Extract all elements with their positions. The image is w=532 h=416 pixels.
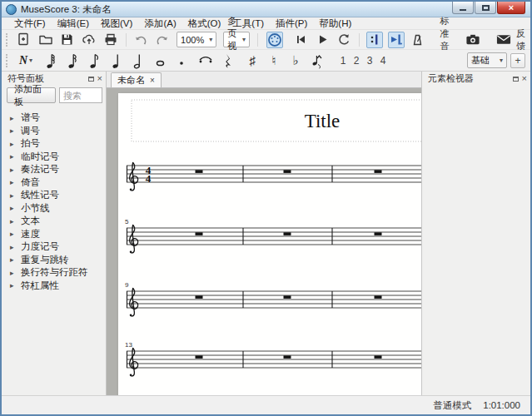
expand-arrow-icon[interactable]: ▸ bbox=[10, 178, 21, 186]
expand-arrow-icon[interactable]: ▸ bbox=[10, 152, 21, 161]
image-capture-button[interactable] bbox=[465, 32, 481, 48]
palette-item-key-signatures[interactable]: ▸调号 bbox=[2, 125, 106, 138]
expand-arrow-icon[interactable]: ▸ bbox=[10, 243, 21, 251]
time-signature-denominator[interactable]: 4 bbox=[146, 172, 152, 185]
score-tab-untitled[interactable]: 未命名 × bbox=[111, 72, 162, 87]
pan-playback-toggle[interactable] bbox=[388, 32, 405, 48]
toolbar-grip[interactable] bbox=[6, 33, 8, 47]
palette-item-clefs[interactable]: ▸谱号 bbox=[2, 111, 106, 125]
expand-arrow-icon[interactable]: ▸ bbox=[10, 230, 21, 238]
play-button[interactable] bbox=[314, 32, 331, 48]
palette-item-dynamics[interactable]: ▸力度记号 bbox=[2, 240, 106, 254]
voice-4-button[interactable]: 4 bbox=[376, 55, 390, 67]
midi-input-toggle[interactable] bbox=[266, 32, 283, 48]
palette-item-time-signatures[interactable]: ▸拍号 bbox=[2, 137, 106, 151]
palette-item-barlines[interactable]: ▸小节线 bbox=[2, 202, 106, 215]
play-repeats-toggle[interactable] bbox=[366, 32, 383, 48]
system-2[interactable]: 5 bbox=[125, 218, 421, 253]
toolbar-grip[interactable] bbox=[6, 54, 9, 67]
expand-arrow-icon[interactable]: ▸ bbox=[10, 281, 21, 290]
expand-arrow-icon[interactable]: ▸ bbox=[10, 114, 21, 122]
expand-arrow-icon[interactable]: ▸ bbox=[10, 126, 21, 135]
system-4[interactable]: 13 bbox=[125, 341, 421, 376]
expand-arrow-icon[interactable]: ▸ bbox=[10, 140, 21, 148]
feedback-button[interactable] bbox=[495, 32, 512, 48]
palette-search-input[interactable] bbox=[59, 87, 102, 103]
tab-close-icon[interactable]: × bbox=[150, 76, 155, 85]
workspace-combobox[interactable]: 基础 ▾ bbox=[467, 52, 507, 68]
view-mode-combobox[interactable]: 多页视图 ▾ bbox=[223, 32, 250, 47]
duration-eighth-button[interactable] bbox=[87, 52, 103, 69]
note-input-mode-button[interactable]: N ▾ bbox=[17, 52, 34, 69]
maximize-button[interactable] bbox=[475, 2, 496, 14]
natural-button[interactable]: ♮ bbox=[266, 52, 282, 69]
palette-item-lines[interactable]: ▸线性记号 bbox=[2, 189, 106, 202]
palette-item-tempo[interactable]: ▸速度 bbox=[2, 228, 106, 241]
menu-file[interactable]: 文件(F) bbox=[8, 17, 52, 30]
float-panel-icon[interactable] bbox=[88, 77, 94, 82]
add-workspace-button[interactable]: + bbox=[510, 53, 525, 68]
score-canvas[interactable]: Title 4 4 bbox=[107, 88, 421, 395]
voice-1-button[interactable]: 1 bbox=[336, 55, 350, 67]
augmentation-dot-button[interactable] bbox=[173, 52, 190, 69]
duration-whole-button[interactable] bbox=[152, 52, 168, 69]
palette-item-text[interactable]: ▸文本 bbox=[2, 215, 106, 228]
expand-arrow-icon[interactable]: ▸ bbox=[10, 255, 21, 264]
voice-3-button[interactable]: 3 bbox=[363, 55, 376, 67]
menu-help[interactable]: 帮助(H) bbox=[313, 17, 357, 30]
expand-arrow-icon[interactable]: ▸ bbox=[10, 204, 21, 212]
add-palette-button[interactable]: 添加面板 bbox=[7, 87, 56, 103]
save-online-button[interactable] bbox=[81, 32, 97, 48]
mode-indicator: 普通模式 bbox=[433, 399, 471, 412]
sharp-icon: ♯ bbox=[249, 54, 256, 67]
menu-edit[interactable]: 编辑(E) bbox=[52, 17, 95, 30]
tie-button[interactable] bbox=[197, 52, 214, 69]
palette-item-repeats-jumps[interactable]: ▸重复与跳转 bbox=[2, 254, 106, 267]
duration-half-button[interactable] bbox=[130, 52, 147, 69]
duration-quarter-button[interactable] bbox=[108, 52, 125, 69]
sharp-button[interactable]: ♯ bbox=[244, 52, 261, 69]
new-score-button[interactable] bbox=[16, 32, 32, 48]
rest-button[interactable] bbox=[220, 52, 236, 69]
treble-clef-icon bbox=[130, 349, 138, 377]
undo-button[interactable] bbox=[132, 32, 149, 48]
expand-arrow-icon[interactable]: ▸ bbox=[10, 191, 21, 200]
open-file-button[interactable] bbox=[37, 32, 54, 48]
redo-button[interactable] bbox=[154, 32, 171, 48]
zoom-combobox[interactable]: 100% ▾ bbox=[177, 32, 216, 47]
expand-arrow-icon[interactable]: ▸ bbox=[10, 217, 21, 225]
whole-rests bbox=[196, 170, 382, 173]
palette-item-accidentals[interactable]: ▸临时记号 bbox=[2, 151, 106, 164]
palette-item-beam-properties[interactable]: ▸符杠属性 bbox=[2, 280, 106, 293]
close-button[interactable]: × bbox=[497, 2, 525, 14]
palette-item-articulations[interactable]: ▸奏法记号 bbox=[2, 163, 106, 176]
duration-32nd-button[interactable] bbox=[43, 52, 60, 69]
voice-2-button[interactable]: 2 bbox=[350, 55, 363, 67]
palette-item-grace-notes[interactable]: ▸倚音 bbox=[2, 176, 106, 190]
system-3[interactable]: 9 bbox=[125, 281, 421, 316]
title-frame[interactable] bbox=[132, 100, 421, 141]
metronome-button[interactable] bbox=[410, 32, 426, 48]
system-1[interactable]: 4 4 bbox=[127, 163, 421, 191]
expand-arrow-icon[interactable]: ▸ bbox=[10, 269, 21, 277]
flip-direction-button[interactable] bbox=[309, 52, 326, 69]
close-panel-icon[interactable]: × bbox=[522, 74, 527, 83]
print-button[interactable] bbox=[102, 32, 119, 48]
duration-16th-button[interactable] bbox=[65, 52, 82, 69]
menu-add[interactable]: 添加(A) bbox=[138, 17, 181, 30]
close-panel-icon[interactable]: × bbox=[97, 74, 102, 83]
score-page[interactable]: Title 4 4 bbox=[118, 93, 421, 395]
palette-item-breaks-spacers[interactable]: ▸换行符与行距符 bbox=[2, 266, 106, 280]
menu-plugins[interactable]: 插件(P) bbox=[270, 17, 313, 30]
flat-button[interactable]: ♭ bbox=[287, 52, 304, 69]
loop-playback-button[interactable] bbox=[336, 32, 352, 48]
menu-format[interactable]: 格式(O) bbox=[182, 17, 227, 30]
dot-icon bbox=[180, 62, 183, 65]
menu-view[interactable]: 视图(V) bbox=[95, 17, 138, 30]
save-button[interactable] bbox=[59, 32, 76, 48]
float-panel-icon[interactable] bbox=[513, 77, 519, 82]
rewind-button[interactable] bbox=[292, 32, 309, 48]
whole-rests bbox=[196, 355, 382, 359]
score-title[interactable]: Title bbox=[305, 111, 341, 131]
expand-arrow-icon[interactable]: ▸ bbox=[10, 166, 21, 174]
